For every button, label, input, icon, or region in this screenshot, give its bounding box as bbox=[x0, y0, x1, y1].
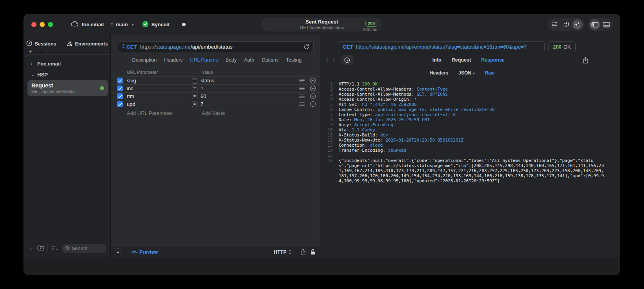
zoom-window-button[interactable] bbox=[48, 22, 53, 27]
branch-selector[interactable]: main ▾ bbox=[110, 21, 133, 29]
toggle-left-panel-button[interactable] bbox=[589, 19, 600, 30]
subtab-raw[interactable]: Raw bbox=[485, 70, 494, 76]
history-clock-button[interactable] bbox=[341, 55, 354, 65]
drag-handle-icon[interactable] bbox=[299, 102, 305, 106]
code-line: 3Access-Control-Allow-Methods: GET, OPTI… bbox=[320, 92, 620, 97]
tab-request[interactable]: Request bbox=[452, 57, 471, 63]
add-value-button[interactable]: Add Value bbox=[202, 110, 225, 116]
minimize-window-button[interactable] bbox=[40, 22, 45, 27]
add-url-parameter-button[interactable]: Add URL Parameter bbox=[127, 110, 202, 116]
layers-icon bbox=[66, 41, 73, 47]
param-name[interactable]: inc bbox=[127, 85, 192, 91]
response-url: https://statuspage.me/api/embed/status?s… bbox=[356, 44, 527, 50]
tree-item-hsp[interactable]: ⌄ HSP bbox=[25, 69, 110, 80]
toggle-console-button[interactable]: ▲ bbox=[114, 249, 122, 255]
param-enabled-checkbox[interactable] bbox=[117, 101, 123, 107]
param-value[interactable]: status bbox=[201, 78, 299, 84]
remove-param-icon[interactable] bbox=[310, 85, 316, 91]
tab-description[interactable]: Description bbox=[132, 57, 157, 63]
param-value[interactable]: 1 bbox=[201, 85, 299, 91]
line-number: 9 bbox=[320, 122, 336, 127]
drag-handle-icon[interactable] bbox=[299, 79, 305, 82]
toggle-bottom-panel-button[interactable] bbox=[601, 19, 611, 30]
lock-icon bbox=[310, 249, 315, 255]
remove-param-icon[interactable] bbox=[310, 101, 316, 107]
line-text: Access-Control-Allow-Origin: * bbox=[339, 97, 620, 102]
param-enabled-checkbox[interactable] bbox=[117, 85, 123, 91]
sync-status[interactable]: Synced bbox=[142, 21, 170, 29]
sidebar-search[interactable] bbox=[62, 244, 106, 253]
drag-handle-icon[interactable] bbox=[299, 95, 305, 98]
add-session-button[interactable]: ＋ bbox=[27, 49, 33, 53]
editor-footer: ▲ </> Preview HTTP bbox=[111, 246, 320, 258]
footer-divider bbox=[47, 245, 48, 252]
resend-request-icon[interactable] bbox=[304, 44, 309, 50]
remove-session-button[interactable]: — bbox=[38, 49, 44, 53]
search-input[interactable] bbox=[72, 246, 103, 251]
param-row[interactable]: upd = 7 bbox=[111, 100, 320, 108]
request-item-title: Request bbox=[31, 82, 75, 89]
history-forward-button[interactable]: › bbox=[330, 56, 337, 64]
tab-sessions[interactable]: Sessions bbox=[26, 40, 56, 47]
preview-button[interactable]: </> Preview bbox=[126, 249, 163, 255]
subtab-json[interactable]: JSON▾ bbox=[458, 70, 474, 76]
param-name[interactable]: upd bbox=[127, 101, 192, 107]
line-text: Access-Control-Allow-Methods: GET, OPTIO… bbox=[339, 92, 620, 97]
editor-tabs: Description Headers URL Params Body Auth… bbox=[111, 52, 320, 68]
sort-filter-button[interactable] bbox=[51, 245, 58, 252]
close-window-button[interactable] bbox=[31, 22, 36, 27]
response-status-pill: 200 OK bbox=[548, 41, 576, 52]
request-list-button[interactable] bbox=[549, 19, 560, 30]
tab-headers[interactable]: Headers bbox=[164, 57, 182, 63]
updown-chevron-icon bbox=[288, 250, 292, 254]
param-value[interactable]: 60 bbox=[201, 93, 299, 99]
new-folder-button[interactable] bbox=[37, 245, 44, 252]
tab-body[interactable]: Body bbox=[225, 57, 237, 63]
tab-options[interactable]: Options bbox=[262, 57, 279, 63]
add-request-button[interactable]: ＋ bbox=[28, 245, 34, 253]
request-url-bar[interactable]: GET https://statuspage.me/api/embed/stat… bbox=[118, 41, 314, 52]
export-response-icon[interactable] bbox=[583, 57, 588, 64]
drag-handle-icon[interactable] bbox=[299, 87, 305, 90]
param-enabled-checkbox[interactable] bbox=[117, 93, 123, 99]
tab-environments[interactable]: Environments bbox=[66, 41, 108, 47]
share-icon[interactable] bbox=[301, 249, 306, 255]
code-line: 10Via: 1.1 Caddy bbox=[320, 127, 620, 133]
param-enabled-checkbox[interactable] bbox=[117, 78, 123, 84]
session-tree: › Foe.email ⌄ HSP Request GET /api/embed… bbox=[25, 55, 110, 242]
line-text: X-Status-Now-Utc: 2026-01-26T20:29:59.85… bbox=[339, 138, 620, 143]
param-name[interactable]: slug bbox=[127, 78, 192, 84]
response-code[interactable]: 1HTTP/1.1 200 OK2Access-Control-Allow-He… bbox=[320, 78, 620, 258]
history-back-button[interactable]: ‹ bbox=[324, 56, 330, 64]
tab-info[interactable]: Info bbox=[432, 57, 441, 63]
project-menu[interactable]: foe.email bbox=[71, 21, 104, 28]
footer-divider bbox=[297, 246, 297, 258]
compare-merge-button[interactable] bbox=[561, 19, 571, 30]
method-selector[interactable]: GET bbox=[126, 44, 137, 50]
line-text: Alt-Svc: h3=":443"; ma=2592000 bbox=[339, 102, 620, 107]
param-row[interactable]: inc = 1 bbox=[111, 84, 320, 92]
param-row[interactable]: rtm = 60 bbox=[111, 92, 320, 100]
import-export-button[interactable] bbox=[572, 19, 583, 30]
remove-param-icon[interactable] bbox=[310, 78, 316, 84]
subtab-headers[interactable]: Headers bbox=[430, 70, 448, 76]
protocol-label: HTTP bbox=[274, 249, 286, 255]
code-line: 8Date: Mon, 26 Jan 2026 20:29:59 GMT bbox=[320, 117, 620, 122]
param-row[interactable]: slug = status bbox=[111, 76, 320, 84]
tab-sessions-label: Sessions bbox=[35, 41, 56, 47]
param-name[interactable]: rtm bbox=[127, 93, 192, 99]
tab-auth[interactable]: Auth bbox=[244, 57, 254, 63]
param-value[interactable]: 7 bbox=[201, 101, 299, 107]
request-item-selected[interactable]: Request GET /api/embed/status bbox=[27, 80, 108, 96]
tab-testing[interactable]: Testing bbox=[286, 57, 302, 63]
tree-item-foe-email[interactable]: › Foe.email bbox=[25, 58, 110, 69]
line-text: {"incidents":null,"overall":{"code":"ope… bbox=[339, 158, 620, 184]
tab-response[interactable]: Response bbox=[481, 57, 505, 63]
line-text bbox=[339, 153, 620, 158]
remove-param-icon[interactable] bbox=[310, 93, 316, 99]
window-bottom-strip bbox=[24, 258, 620, 275]
sent-request-status-pill[interactable]: Sent Request GET /api/embed/status 200 2… bbox=[262, 18, 382, 31]
protocol-selector[interactable]: HTTP bbox=[274, 249, 297, 255]
response-request-url[interactable]: GET https://statuspage.me/api/embed/stat… bbox=[338, 41, 545, 52]
tab-url-params[interactable]: URL Params bbox=[190, 57, 218, 63]
